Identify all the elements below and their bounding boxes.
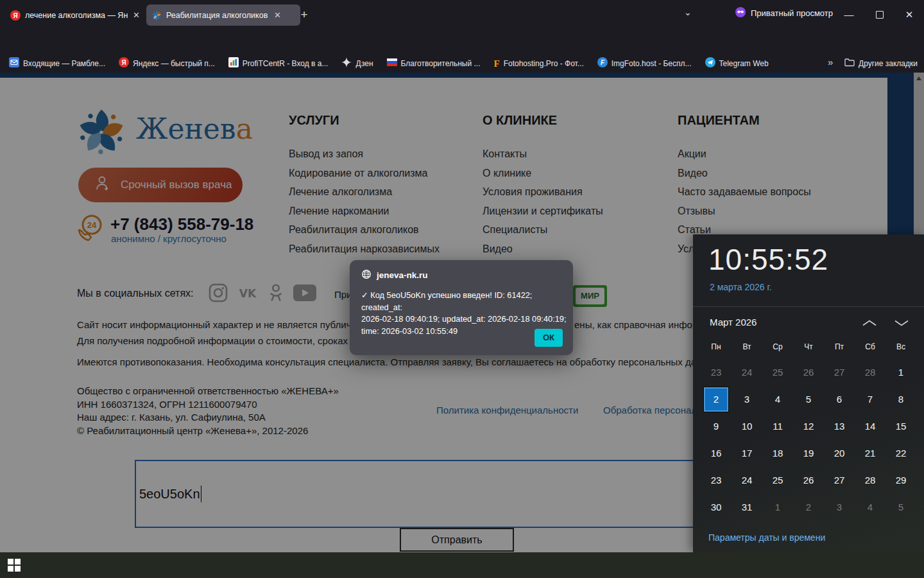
alert-ok-button[interactable]: ОК: [535, 329, 563, 347]
calendar-day[interactable]: 1: [886, 359, 916, 386]
svg-text:Я: Я: [121, 59, 126, 66]
tab-2[interactable]: Реабилитация алкоголиков в К✕: [146, 4, 300, 26]
bookmark-item[interactable]: ProfiTCentR - Вход в а...: [228, 57, 329, 69]
clock-date[interactable]: 2 марта 2026 г.: [710, 282, 772, 292]
calendar-divider: [693, 306, 924, 307]
bookmark-item[interactable]: Telegram Web: [705, 57, 769, 69]
bookmark-item[interactable]: FFotohosting.Pro - Фот...: [494, 58, 584, 69]
calendar-prev-chevron-icon[interactable]: [861, 319, 878, 330]
bookmark-label: Telegram Web: [719, 59, 769, 68]
calendar-day[interactable]: 19: [793, 440, 824, 467]
bookmark-favicon-icon: [387, 58, 397, 68]
tab-close-icon[interactable]: ✕: [274, 10, 281, 20]
bookmark-label: Fotohosting.Pro - Фот...: [504, 59, 584, 68]
alert-dialog: jeneva-nk.ru ✓ Код 5eoU5oKn успешно введ…: [350, 260, 573, 355]
bookmarks-items: Входящие — Рамбле...ЯЯндекс — быстрый п.…: [9, 54, 769, 73]
tab-1[interactable]: Ялечение алкоголизма — Янде✕: [5, 4, 153, 26]
calendar-day[interactable]: 21: [855, 440, 886, 467]
calendar-day[interactable]: 8: [886, 386, 916, 413]
calendar-day[interactable]: 4: [855, 494, 886, 521]
bookmarks-overflow-chevron[interactable]: »: [828, 57, 833, 67]
bookmark-favicon-icon: F: [494, 58, 500, 69]
calendar-day[interactable]: 26: [793, 467, 824, 494]
calendar-day[interactable]: 2: [793, 494, 824, 521]
calendar-day[interactable]: 22: [886, 440, 916, 467]
navigation-toolbar: ← → ⟳ jeneva-nk.ru/uslugi/reabilitaciya-…: [0, 29, 924, 54]
bookmark-item[interactable]: FImgFoto.host - Беспл...: [597, 57, 692, 69]
calendar-day[interactable]: 7: [855, 386, 886, 413]
bookmark-favicon-icon: [9, 57, 19, 69]
bookmark-item[interactable]: Благотворительный ...: [387, 58, 481, 68]
calendar-day[interactable]: 31: [732, 494, 762, 521]
bookmark-favicon-icon: Я: [119, 57, 129, 69]
calendar-day[interactable]: 16: [701, 440, 732, 467]
calendar-weekday-label: Вт: [732, 342, 762, 355]
clock-time: 10:55:52: [708, 242, 828, 277]
calendar-day[interactable]: 6: [824, 386, 855, 413]
calendar-weekday-label: Сб: [855, 342, 886, 355]
globe-icon: [361, 269, 372, 281]
calendar-day[interactable]: 5: [886, 494, 916, 521]
calendar-day[interactable]: 4: [762, 386, 793, 413]
bookmark-label: Яндекс — быстрый п...: [133, 59, 215, 68]
bookmark-label: ProfiTCentR - Вход в а...: [243, 59, 329, 68]
private-browsing-badge: Приватный просмотр: [735, 7, 833, 19]
other-bookmarks-folder[interactable]: Другие закладки: [844, 58, 918, 69]
calendar-day[interactable]: 1: [762, 494, 793, 521]
calendar-next-chevron-icon[interactable]: [893, 319, 910, 330]
bookmark-label: ImgFoto.host - Беспл...: [612, 59, 692, 68]
calendar-day[interactable]: 10: [732, 413, 762, 440]
calendar-day[interactable]: 3: [732, 386, 762, 413]
calendar-day[interactable]: 5: [793, 386, 824, 413]
window-close-button[interactable]: ✕: [894, 0, 924, 29]
calendar-day[interactable]: 24: [732, 467, 762, 494]
start-button[interactable]: [8, 559, 21, 572]
list-all-tabs-chevron-icon[interactable]: ⌄: [684, 7, 692, 17]
bookmark-label: Дзен: [355, 59, 373, 68]
calendar-weekday-label: Пн: [701, 342, 732, 355]
calendar-day[interactable]: 13: [824, 413, 855, 440]
calendar-day[interactable]: 24: [732, 359, 762, 386]
date-time-settings-link[interactable]: Параметры даты и времени: [708, 532, 825, 543]
bookmark-item[interactable]: Дзен: [341, 57, 373, 69]
calendar-day[interactable]: 30: [701, 494, 732, 521]
calendar-day[interactable]: 12: [793, 413, 824, 440]
calendar-day[interactable]: 18: [762, 440, 793, 467]
calendar-day[interactable]: 17: [732, 440, 762, 467]
tab-favicon-icon: Я: [10, 10, 21, 21]
calendar-weekday-label: Чт: [793, 342, 824, 355]
calendar-day[interactable]: 9: [701, 413, 732, 440]
alert-site: jeneva-nk.ru: [377, 270, 428, 280]
calendar-day[interactable]: 27: [824, 467, 855, 494]
calendar-day[interactable]: 11: [762, 413, 793, 440]
calendar-day[interactable]: 27: [824, 359, 855, 386]
calendar-day[interactable]: 28: [855, 467, 886, 494]
calendar-weekday-label: Вс: [886, 342, 916, 355]
svg-text:F: F: [601, 59, 605, 66]
calendar-day[interactable]: 15: [886, 413, 916, 440]
calendar-day[interactable]: 3: [824, 494, 855, 521]
calendar-month-label[interactable]: Март 2026: [710, 317, 757, 328]
calendar-day[interactable]: 14: [855, 413, 886, 440]
tab-title: лечение алкоголизма — Янде: [25, 11, 128, 20]
bookmark-item[interactable]: ЯЯндекс — быстрый п...: [119, 57, 215, 69]
calendar-day[interactable]: 25: [762, 467, 793, 494]
calendar-weekday-label: Пт: [824, 342, 855, 355]
window-minimize-button[interactable]: —: [834, 0, 864, 29]
bookmark-favicon-icon: F: [597, 57, 608, 69]
calendar-day-selected[interactable]: 2: [704, 387, 728, 412]
calendar-day[interactable]: 25: [762, 359, 793, 386]
screen: Ялечение алкоголизма — Янде✕Реабилитация…: [0, 0, 924, 578]
tab-close-icon[interactable]: ✕: [133, 10, 140, 20]
window-maximize-button[interactable]: [865, 0, 894, 29]
calendar-day[interactable]: 23: [701, 467, 732, 494]
bookmark-item[interactable]: Входящие — Рамбле...: [9, 57, 105, 69]
alert-message-line: ✓ Код 5eoU5oKn успешно введен! ID: 61422…: [361, 290, 573, 313]
calendar-day[interactable]: 26: [793, 359, 824, 386]
new-tab-button[interactable]: +: [295, 6, 313, 23]
calendar-day[interactable]: 28: [855, 359, 886, 386]
calendar-day[interactable]: 29: [886, 467, 916, 494]
calendar-day[interactable]: 23: [701, 359, 732, 386]
taskbar: РУС 10:55 02.03.2026: [0, 552, 924, 578]
calendar-day[interactable]: 20: [824, 440, 855, 467]
